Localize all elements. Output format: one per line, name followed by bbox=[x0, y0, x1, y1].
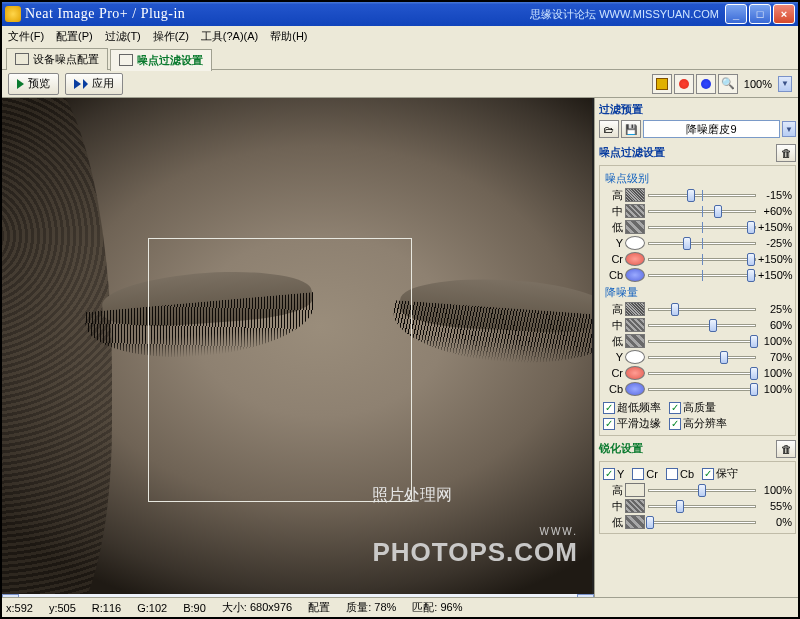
menu-file[interactable]: 文件(F) bbox=[8, 29, 44, 44]
status-size: 大小: 680x976 bbox=[222, 600, 292, 615]
swatch-icon bbox=[625, 252, 645, 266]
slider-row: Y-25% bbox=[603, 235, 792, 251]
slider-thumb[interactable] bbox=[747, 253, 755, 266]
slider[interactable] bbox=[648, 499, 756, 513]
slider-value: 0% bbox=[758, 516, 792, 528]
slider[interactable] bbox=[648, 366, 756, 380]
slider-row: 中55% bbox=[603, 498, 792, 514]
slider-thumb[interactable] bbox=[698, 484, 706, 497]
slider-thumb[interactable] bbox=[750, 383, 758, 396]
status-match: 匹配: 96% bbox=[412, 600, 462, 615]
preset-open-icon[interactable]: 🗁 bbox=[599, 120, 619, 138]
app-icon bbox=[5, 6, 21, 22]
apply-button[interactable]: 应用 bbox=[65, 73, 123, 95]
preset-save-icon[interactable]: 💾 bbox=[621, 120, 641, 138]
preview-button[interactable]: 预览 bbox=[8, 73, 59, 95]
slider-thumb[interactable] bbox=[750, 367, 758, 380]
slider-value: 70% bbox=[758, 351, 792, 363]
preset-dropdown-arrow[interactable]: ▼ bbox=[782, 121, 796, 137]
swatch-icon bbox=[625, 483, 645, 497]
canvas-area[interactable]: 照片处理网 WWW. PHOTOPS.COM ◄ ► bbox=[2, 98, 594, 612]
chk-hq[interactable]: ✓高质量 bbox=[669, 400, 716, 415]
chk-sharp-keep[interactable]: ✓保守 bbox=[702, 466, 738, 481]
watermark-cn: 照片处理网 bbox=[372, 485, 452, 506]
status-config: 配置 bbox=[308, 600, 330, 615]
slider-label: 中 bbox=[603, 318, 623, 333]
menu-action[interactable]: 操作(Z) bbox=[153, 29, 189, 44]
chk-hr[interactable]: ✓高分辨率 bbox=[669, 416, 727, 431]
slider[interactable] bbox=[648, 252, 756, 266]
slider-row: 高-15% bbox=[603, 187, 792, 203]
reset-filter-icon[interactable]: 🗑 bbox=[776, 144, 796, 162]
play-icon bbox=[17, 79, 24, 89]
slider-label: 高 bbox=[603, 483, 623, 498]
menu-bar: 文件(F) 配置(P) 过滤(T) 操作(Z) 工具(?A)(A) 帮助(H) bbox=[2, 26, 798, 46]
status-g: G:102 bbox=[137, 602, 167, 614]
slider-value: 60% bbox=[758, 319, 792, 331]
slider-thumb[interactable] bbox=[750, 335, 758, 348]
slider-thumb[interactable] bbox=[747, 269, 755, 282]
slider[interactable] bbox=[648, 188, 756, 202]
channel-blue-icon[interactable] bbox=[696, 74, 716, 94]
menu-config[interactable]: 配置(P) bbox=[56, 29, 93, 44]
slider-thumb[interactable] bbox=[687, 189, 695, 202]
slider[interactable] bbox=[648, 204, 756, 218]
preview-image[interactable]: 照片处理网 WWW. PHOTOPS.COM bbox=[2, 98, 592, 594]
chk-sharp-y[interactable]: ✓Y bbox=[603, 468, 624, 480]
slider[interactable] bbox=[648, 382, 756, 396]
slider-thumb[interactable] bbox=[646, 516, 654, 529]
chk-vlow[interactable]: ✓超低频率 bbox=[603, 400, 661, 415]
slider[interactable] bbox=[648, 220, 756, 234]
zoom-tool-icon[interactable] bbox=[718, 74, 738, 94]
apply-icon bbox=[74, 79, 81, 89]
slider[interactable] bbox=[648, 334, 756, 348]
tab-filter-settings[interactable]: 噪点过滤设置 bbox=[110, 49, 212, 71]
zoom-dropdown[interactable]: ▼ bbox=[778, 76, 792, 92]
close-button[interactable]: × bbox=[773, 4, 795, 24]
selection-rect[interactable] bbox=[148, 238, 412, 502]
slider[interactable] bbox=[648, 302, 756, 316]
slider-thumb[interactable] bbox=[720, 351, 728, 364]
slider-thumb[interactable] bbox=[709, 319, 717, 332]
noise-amount-title: 降噪量 bbox=[605, 285, 792, 300]
preset-dropdown[interactable]: 降噪磨皮9 bbox=[643, 120, 780, 138]
chk-smooth[interactable]: ✓平滑边缘 bbox=[603, 416, 661, 431]
slider-thumb[interactable] bbox=[714, 205, 722, 218]
swatch-icon bbox=[625, 366, 645, 380]
swatch-icon bbox=[625, 204, 645, 218]
slider-label: Y bbox=[603, 237, 623, 249]
slider-thumb[interactable] bbox=[676, 500, 684, 513]
slider-thumb[interactable] bbox=[747, 221, 755, 234]
slider[interactable] bbox=[648, 268, 756, 282]
chk-sharp-cr[interactable]: Cr bbox=[632, 468, 658, 480]
channel-combined-icon[interactable] bbox=[652, 74, 672, 94]
minimize-button[interactable]: _ bbox=[725, 4, 747, 24]
slider-row: 中60% bbox=[603, 317, 792, 333]
menu-filter[interactable]: 过滤(T) bbox=[105, 29, 141, 44]
channel-red-icon[interactable] bbox=[674, 74, 694, 94]
slider-thumb[interactable] bbox=[671, 303, 679, 316]
chk-sharp-cb[interactable]: Cb bbox=[666, 468, 694, 480]
slider[interactable] bbox=[648, 515, 756, 529]
reset-sharpen-icon[interactable]: 🗑 bbox=[776, 440, 796, 458]
slider-row: Cr+150% bbox=[603, 251, 792, 267]
status-y: y:505 bbox=[49, 602, 76, 614]
maximize-button[interactable]: □ bbox=[749, 4, 771, 24]
slider[interactable] bbox=[648, 483, 756, 497]
slider-value: 100% bbox=[758, 335, 792, 347]
slider-label: Cb bbox=[603, 269, 623, 281]
menu-help[interactable]: 帮助(H) bbox=[270, 29, 307, 44]
slider[interactable] bbox=[648, 350, 756, 364]
slider[interactable] bbox=[648, 318, 756, 332]
slider-value: +60% bbox=[758, 205, 792, 217]
menu-tools[interactable]: 工具(?A)(A) bbox=[201, 29, 258, 44]
slider-row: 高100% bbox=[603, 482, 792, 498]
slider-label: 高 bbox=[603, 302, 623, 317]
slider-thumb[interactable] bbox=[683, 237, 691, 250]
title-bar: Neat Image Pro+ / Plug-in 思缘设计论坛 WWW.MIS… bbox=[2, 2, 798, 26]
tab-device-noise[interactable]: 设备噪点配置 bbox=[6, 48, 108, 70]
slider[interactable] bbox=[648, 236, 756, 250]
slider-value: +150% bbox=[758, 221, 792, 233]
filter-settings-title: 噪点过滤设置 bbox=[599, 143, 665, 162]
swatch-icon bbox=[625, 382, 645, 396]
